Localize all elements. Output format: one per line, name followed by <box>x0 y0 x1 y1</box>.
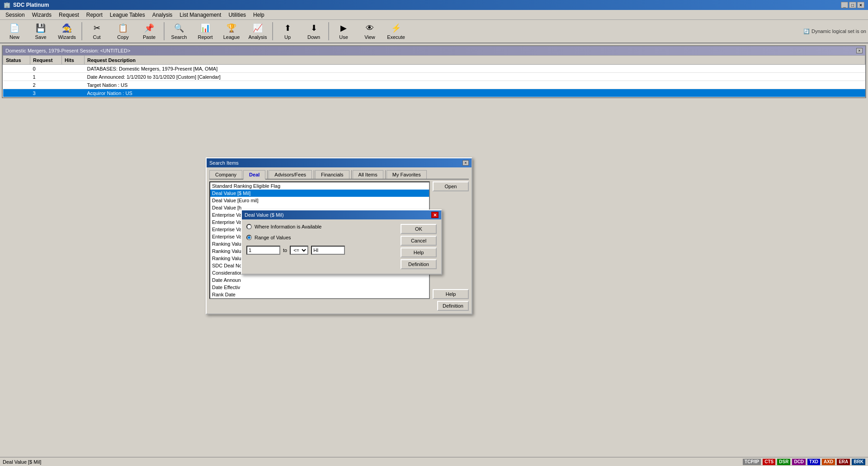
report-label: Report <box>198 34 212 40</box>
toolbar-sep-1 <box>81 22 82 40</box>
search-items-close-button[interactable]: × <box>462 160 469 166</box>
menu-wizards[interactable]: Wizards <box>28 11 55 19</box>
list-item[interactable]: Acquisition Techniques <box>210 298 429 299</box>
txd-badge: TXD <box>807 459 820 465</box>
minimize-button[interactable]: _ <box>841 2 848 8</box>
execute-button[interactable]: Execute <box>383 21 409 42</box>
deal-value-body: Where Information is Available Range of … <box>246 224 437 269</box>
tab-all-items[interactable]: All Items <box>353 170 383 179</box>
window-controls[interactable]: _ □ × <box>841 2 864 8</box>
deal-value-options: Where Information is Available Range of … <box>246 224 396 269</box>
deal-value-title-bar: Deal Value ($ Mil) ✕ <box>242 210 441 219</box>
radio-where-info-button[interactable] <box>246 224 252 229</box>
tab-deal[interactable]: Deal <box>243 170 265 180</box>
list-item[interactable]: Date Effectiv <box>210 284 429 291</box>
title-bar-left: 🏢 SDC Platinum <box>4 2 49 8</box>
down-icon <box>308 23 319 33</box>
analysis-button[interactable]: Analysis <box>245 21 270 42</box>
dsr-badge: DSR <box>777 459 790 465</box>
toolbar-sep-4 <box>328 22 329 40</box>
league-button[interactable]: League <box>219 21 244 42</box>
menu-report[interactable]: Report <box>83 11 106 19</box>
new-icon <box>9 23 20 33</box>
down-button[interactable]: Down <box>301 21 326 42</box>
view-icon <box>364 23 375 33</box>
list-item[interactable]: Date Announ <box>210 276 429 284</box>
list-item[interactable]: Standard Ranking Eligible Flag <box>210 182 429 190</box>
search-items-title: Search Items <box>209 160 239 166</box>
radio-range-row[interactable]: Range of Values <box>246 235 396 240</box>
toolbar-right: 🔄 Dynamic logical set is on <box>803 29 866 34</box>
wizards-label: Wizards <box>58 34 76 40</box>
deal-value-title: Deal Value ($ Mil) <box>245 212 284 218</box>
cut-button[interactable]: Cut <box>84 21 109 42</box>
range-row: to <= < = <box>246 246 396 255</box>
use-button[interactable]: Use <box>331 21 356 42</box>
toolbar: New Save Wizards Cut Copy Paste Search R… <box>0 20 868 43</box>
view-button[interactable]: View <box>357 21 382 42</box>
axd-badge: AXD <box>822 459 835 465</box>
deal-cancel-button[interactable]: Cancel <box>401 236 437 246</box>
open-button[interactable]: Open <box>433 181 469 191</box>
cut-label: Cut <box>93 34 100 40</box>
tab-my-favorites[interactable]: My Favorites <box>387 170 427 179</box>
close-button[interactable]: × <box>857 2 864 8</box>
range-to-input[interactable] <box>311 246 345 255</box>
menu-league-tables[interactable]: League Tables <box>106 11 149 19</box>
up-label: Up <box>284 34 291 40</box>
deal-definition-button[interactable]: Definition <box>401 259 437 269</box>
menu-request[interactable]: Request <box>55 11 83 19</box>
tab-financials[interactable]: Financials <box>315 170 349 179</box>
search-help-button[interactable]: Help <box>433 289 469 299</box>
tab-sep2 <box>314 170 314 179</box>
report-button[interactable]: Report <box>193 21 218 42</box>
deal-value-buttons: OK Cancel Help Definition <box>401 224 437 269</box>
range-operator-select[interactable]: <= < = <box>290 246 308 255</box>
search-definition-button[interactable]: Definition <box>437 301 469 311</box>
up-icon <box>282 23 293 33</box>
status-text: Deal Value [$ Mil] <box>3 459 41 465</box>
up-button[interactable]: Up <box>275 21 300 42</box>
deal-value-close-button[interactable]: ✕ <box>431 212 439 218</box>
paste-button[interactable]: Paste <box>137 21 162 42</box>
league-label: League <box>223 34 240 40</box>
menu-session[interactable]: Session <box>2 11 28 19</box>
menu-help[interactable]: Help <box>250 11 268 19</box>
range-from-input[interactable] <box>246 246 280 255</box>
copy-label: Copy <box>117 34 129 40</box>
maximize-button[interactable]: □ <box>849 2 856 8</box>
menu-analysis[interactable]: Analysis <box>149 11 176 19</box>
era-badge: ERA <box>837 459 850 465</box>
dynamic-icon: 🔄 <box>803 29 810 34</box>
deal-value-content: Where Information is Available Range of … <box>242 219 441 274</box>
radio-range-button[interactable] <box>246 235 252 240</box>
new-button[interactable]: New <box>2 21 27 42</box>
search-items-title-bar: Search Items × <box>207 158 472 167</box>
search-button[interactable]: Search <box>166 21 192 42</box>
toolbar-sep-2 <box>164 22 165 40</box>
tab-company[interactable]: Company <box>209 170 242 179</box>
search-label: Search <box>171 34 187 40</box>
tab-advisors[interactable]: Advisors/Fees <box>269 170 312 179</box>
list-item-selected[interactable]: Deal Value [$ Mil] <box>210 190 429 197</box>
save-button[interactable]: Save <box>28 21 53 42</box>
menu-utilities[interactable]: Utilities <box>225 11 250 19</box>
new-label: New <box>9 34 19 40</box>
down-label: Down <box>307 34 320 40</box>
deal-ok-button[interactable]: OK <box>401 224 437 234</box>
report-icon <box>200 23 211 33</box>
radio-where-info-label: Where Information is Available <box>255 224 321 229</box>
tab-sep4 <box>385 170 386 179</box>
league-icon <box>226 23 237 33</box>
radio-where-info-row[interactable]: Where Information is Available <box>246 224 396 229</box>
copy-button[interactable]: Copy <box>110 21 136 42</box>
wizards-button[interactable]: Wizards <box>54 21 80 42</box>
radio-range-filled <box>248 236 250 239</box>
brk-badge: BRK <box>852 459 865 465</box>
list-item[interactable]: Rank Date <box>210 291 429 298</box>
menu-list-management[interactable]: List Management <box>176 11 225 19</box>
list-item[interactable]: Deal Value [Euro mil] <box>210 197 429 204</box>
deal-help-button[interactable]: Help <box>401 247 437 257</box>
paste-label: Paste <box>143 34 156 40</box>
search-icon <box>174 23 184 33</box>
